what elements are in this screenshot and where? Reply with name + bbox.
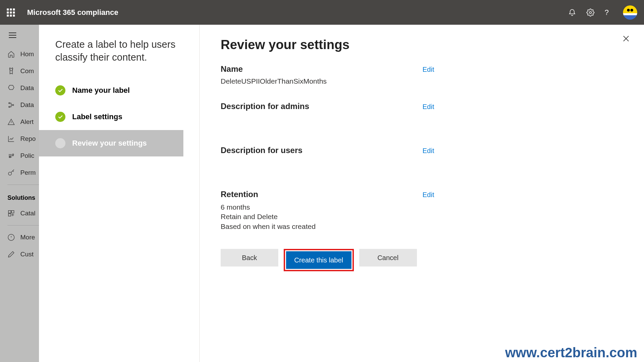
create-label-modal: Create a label to help users classify th… <box>39 25 644 362</box>
edit-user-desc-link[interactable]: Edit <box>423 147 434 155</box>
retention-field-row: Retention Edit <box>221 190 434 199</box>
wizard-panel-title: Create a label to help users classify th… <box>55 38 183 64</box>
highlight-annotation: Create this label <box>284 249 354 271</box>
retention-basis: Based on when it was created <box>221 222 623 231</box>
edit-name-link[interactable]: Edit <box>423 66 434 73</box>
current-step-icon <box>55 138 65 148</box>
back-button[interactable]: Back <box>221 249 278 267</box>
edit-retention-link[interactable]: Edit <box>423 191 434 199</box>
checkmark-icon <box>55 85 65 95</box>
checkmark-icon <box>55 112 65 122</box>
create-label-button[interactable]: Create this label <box>286 251 351 269</box>
admin-desc-value <box>221 114 434 122</box>
cancel-button[interactable]: Cancel <box>359 249 417 267</box>
app-header: Microsoft 365 compliance ? <box>0 0 644 25</box>
close-button[interactable] <box>622 34 630 44</box>
modal-content: Review your settings Name Edit DeleteUSP… <box>200 25 644 362</box>
name-label: Name <box>221 64 243 74</box>
svg-point-0 <box>589 12 591 14</box>
user-desc-label: Description for users <box>221 146 302 155</box>
step-review-settings[interactable]: Review your settings <box>39 130 183 156</box>
help-icon[interactable]: ? <box>605 8 609 17</box>
user-desc-field-row: Description for users Edit <box>221 146 434 155</box>
app-title: Microsoft 365 compliance <box>27 8 568 17</box>
user-desc-value <box>221 158 434 166</box>
notifications-icon[interactable] <box>568 8 576 17</box>
action-buttons: Back Create this label Cancel <box>221 249 623 271</box>
wizard-steps-panel: Create a label to help users classify th… <box>39 25 200 362</box>
retention-value: 6 months Retain and Delete Based on when… <box>221 203 623 231</box>
name-value: DeleteUSPIIOlderThanSixMonths <box>221 77 434 85</box>
admin-desc-field-row: Description for admins Edit <box>221 102 434 111</box>
step-label: Review your settings <box>72 139 147 148</box>
retention-duration: 6 months <box>221 203 623 212</box>
watermark: www.cert2brain.com <box>505 345 637 360</box>
settings-gear-icon[interactable] <box>586 8 595 17</box>
step-label-settings[interactable]: Label settings <box>39 104 183 130</box>
content-heading: Review your settings <box>221 38 623 52</box>
user-avatar[interactable] <box>623 5 637 20</box>
admin-desc-label: Description for admins <box>221 102 309 111</box>
app-launcher-icon[interactable] <box>7 8 15 17</box>
retention-label: Retention <box>221 190 258 199</box>
step-label: Name your label <box>72 86 130 95</box>
edit-admin-desc-link[interactable]: Edit <box>423 103 434 111</box>
retention-action: Retain and Delete <box>221 212 623 221</box>
step-label: Label settings <box>72 112 122 121</box>
step-name-your-label[interactable]: Name your label <box>39 77 183 104</box>
name-field-row: Name Edit <box>221 64 434 74</box>
header-actions: ? <box>568 5 637 20</box>
